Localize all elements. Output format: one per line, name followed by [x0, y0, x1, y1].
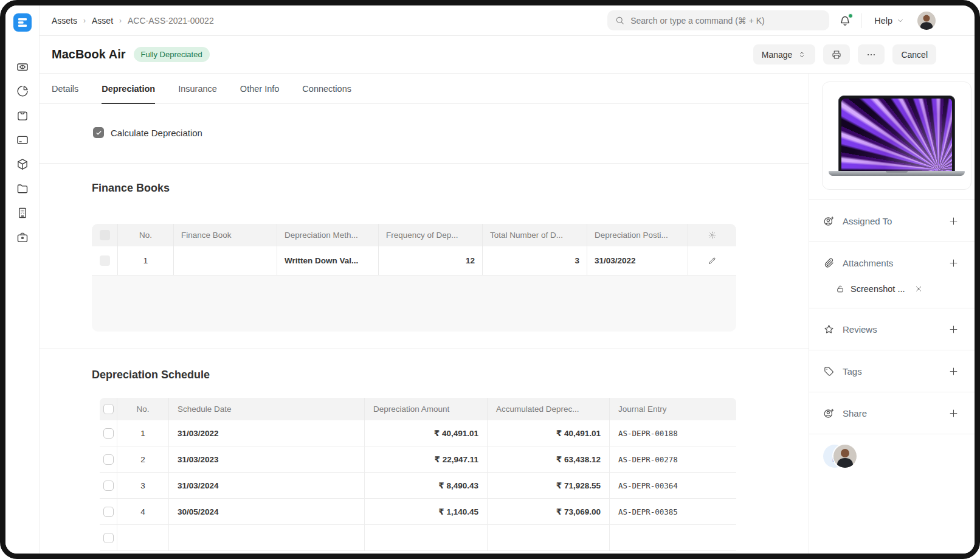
attachments-section: Attachments Screenshot ...: [809, 241, 975, 308]
schedule-row-partial[interactable]: [100, 525, 736, 551]
breadcrumb-asset[interactable]: Asset: [92, 16, 113, 26]
cell-no: 1: [117, 420, 169, 446]
add-review-button[interactable]: [948, 324, 959, 335]
header-cell-no: No.: [118, 224, 174, 246]
toolbox-icon[interactable]: [16, 231, 29, 244]
attachment-item[interactable]: Screenshot ...: [809, 284, 975, 294]
finance-books-row[interactable]: 1 Written Down Val... 12 3 31/03/2022: [92, 246, 736, 276]
cell-accumulated[interactable]: ₹ 73,069.00: [488, 499, 610, 524]
cell-finance-book[interactable]: [174, 246, 277, 275]
chevron-right-icon: ›: [119, 16, 122, 25]
cell-accumulated[interactable]: ₹ 40,491.01: [488, 420, 610, 446]
cell-no: 3: [117, 473, 169, 498]
shopping-bag-icon[interactable]: [16, 109, 29, 122]
gear-icon[interactable]: [708, 231, 717, 240]
schedule-row[interactable]: 4 30/05/2024 ₹ 1,140.45 ₹ 73,069.00 AS-D…: [100, 499, 736, 525]
cell-no: 4: [117, 499, 169, 524]
cell-accumulated[interactable]: ₹ 63,438.12: [488, 446, 610, 472]
tag-icon: [823, 366, 835, 377]
credit-card-icon[interactable]: [16, 133, 29, 147]
row-checkbox[interactable]: [103, 507, 114, 517]
add-attachment-button[interactable]: [948, 257, 959, 269]
header-cell-no: No.: [117, 398, 169, 420]
global-search-input[interactable]: Search or type a command (⌘ + K): [607, 10, 829, 30]
cell-depreciation-method[interactable]: Written Down Val...: [277, 246, 379, 275]
cell-accumulated[interactable]: ₹ 71,928.55: [488, 473, 610, 498]
cell-schedule-date[interactable]: 31/03/2024: [169, 473, 365, 498]
row-checkbox[interactable]: [103, 428, 114, 439]
schedule-row[interactable]: 3 31/03/2024 ₹ 8,490.43 ₹ 71,928.55 AS-D…: [100, 473, 736, 499]
share-label: Share: [843, 408, 867, 418]
cell-posting[interactable]: 31/03/2022: [587, 246, 688, 275]
tab-other-info[interactable]: Other Info: [240, 74, 279, 103]
folder-icon[interactable]: [16, 182, 29, 195]
assigned-to-label: Assigned To: [843, 216, 892, 226]
select-all-checkbox[interactable]: [103, 404, 114, 414]
pie-chart-icon[interactable]: [16, 85, 29, 98]
header-cell-select: [92, 224, 118, 246]
cell-no: 1: [118, 246, 174, 275]
cell-journal-entry[interactable]: AS-DEPR-00278: [610, 446, 736, 472]
cell-schedule-date[interactable]: 31/03/2022: [169, 420, 365, 446]
finance-books-title: Finance Books: [92, 182, 809, 195]
notifications-button[interactable]: [838, 14, 852, 27]
cell-amount[interactable]: ₹ 8,490.43: [365, 473, 488, 498]
cell-journal-entry[interactable]: AS-DEPR-00385: [610, 499, 736, 524]
asset-image[interactable]: [822, 82, 971, 190]
row-checkbox[interactable]: [100, 255, 110, 266]
schedule-header-row: No. Schedule Date Depreciation Amount Ac…: [100, 398, 736, 420]
calculate-depreciation-checkbox[interactable]: Calculate Depreciation: [93, 127, 202, 138]
cell-amount[interactable]: ₹ 1,140.45: [365, 499, 488, 524]
print-button[interactable]: [823, 44, 850, 64]
row-checkbox[interactable]: [103, 533, 114, 543]
schedule-row[interactable]: 1 31/03/2022 ₹ 40,491.01 ₹ 40,491.01 AS-…: [100, 420, 736, 446]
cell-schedule-date[interactable]: 30/05/2024: [169, 499, 365, 524]
erpnext-logo-icon[interactable]: [13, 13, 32, 32]
cell-total[interactable]: 3: [483, 246, 587, 275]
breadcrumb-assets[interactable]: Assets: [52, 16, 77, 26]
tab-details[interactable]: Details: [52, 74, 78, 103]
cell-amount[interactable]: ₹ 22,947.11: [365, 446, 488, 472]
select-all-checkbox[interactable]: [100, 230, 110, 240]
add-tag-button[interactable]: [948, 366, 959, 377]
chevron-right-icon: ›: [83, 16, 86, 25]
tab-connections[interactable]: Connections: [302, 74, 351, 103]
page-header: MacBook Air Fully Depreciated Manage Can…: [40, 36, 975, 74]
more-options-button[interactable]: [858, 44, 885, 64]
tab-insurance[interactable]: Insurance: [178, 74, 217, 103]
remove-attachment-icon[interactable]: [914, 285, 923, 293]
header-cell-finance-book: Finance Book: [174, 224, 277, 246]
schedule-row[interactable]: 2 31/03/2023 ₹ 22,947.11 ₹ 63,438.12 AS-…: [100, 446, 736, 473]
row-checkbox[interactable]: [103, 454, 114, 465]
depreciation-schedule-section: Depreciation Schedule No. Schedule Date …: [40, 349, 809, 554]
collaborator-avatar-photo[interactable]: [833, 445, 857, 468]
cell-amount[interactable]: ₹ 40,491.01: [365, 420, 488, 446]
cell-frequency[interactable]: 12: [379, 246, 483, 275]
macbook-screen: [838, 95, 955, 171]
cancel-button[interactable]: Cancel: [892, 44, 936, 64]
app-sidebar: [5, 5, 40, 554]
row-checkbox[interactable]: [103, 481, 114, 491]
checkbox-checked[interactable]: [93, 127, 104, 138]
check-icon: [95, 129, 103, 137]
package-icon[interactable]: [16, 158, 29, 171]
printer-icon: [831, 49, 842, 60]
add-assignment-button[interactable]: [948, 215, 959, 227]
help-menu[interactable]: Help: [871, 15, 908, 26]
cell-journal-entry[interactable]: AS-DEPR-00188: [610, 420, 736, 446]
attachment-name[interactable]: Screenshot ...: [851, 284, 905, 294]
user-avatar[interactable]: [917, 12, 936, 30]
edit-pencil-icon[interactable]: [708, 256, 717, 265]
tags-label: Tags: [843, 366, 862, 377]
unlock-icon[interactable]: [835, 284, 845, 294]
header-cell-select: [100, 398, 117, 420]
cell-schedule-date[interactable]: 31/03/2023: [169, 446, 365, 472]
building-icon[interactable]: [16, 206, 29, 220]
manage-button[interactable]: Manage: [753, 44, 816, 64]
tab-depreciation[interactable]: Depreciation: [102, 74, 155, 103]
cell-journal-entry[interactable]: AS-DEPR-00364: [610, 473, 736, 498]
cell-edit: [688, 246, 736, 275]
expenses-icon[interactable]: [16, 60, 29, 74]
add-share-button[interactable]: [948, 408, 959, 419]
header-cell-settings: [688, 224, 736, 246]
